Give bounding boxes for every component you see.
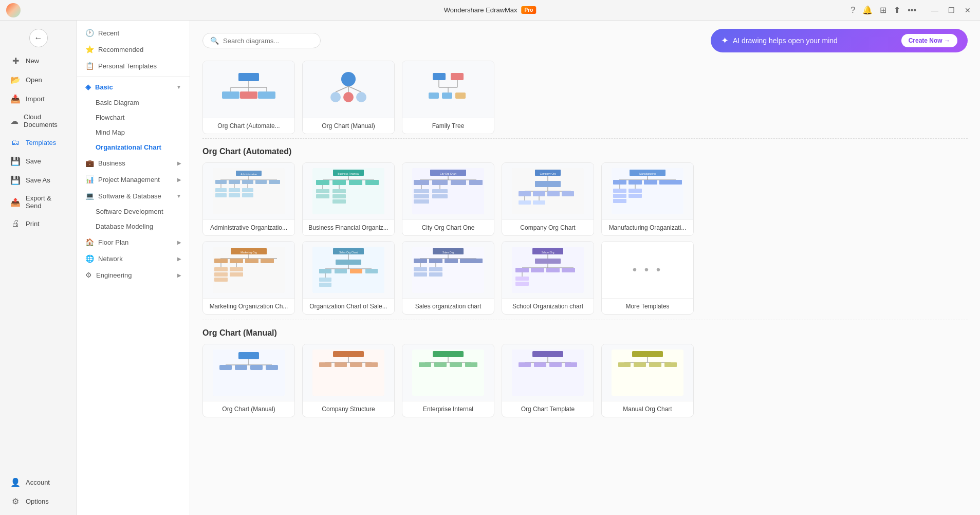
cat-flowchart[interactable]: Flowchart xyxy=(77,110,190,125)
sidebar-item-print[interactable]: 🖨 Print xyxy=(3,215,73,232)
basic-label: Basic xyxy=(95,83,113,91)
grid-icon[interactable]: ⊞ xyxy=(878,3,889,17)
cat-recent[interactable]: 🕐Recent xyxy=(77,25,190,41)
cat-orgchart[interactable]: Organizational Chart xyxy=(77,140,190,155)
maximize-button[interactable]: ❐ xyxy=(945,4,957,16)
minimize-button[interactable]: — xyxy=(929,4,941,16)
sidebar-item-cloud[interactable]: ☁ Cloud Documents xyxy=(3,109,73,133)
template-city[interactable]: City Org Chart xyxy=(402,162,494,236)
svg-rect-16 xyxy=(433,73,446,80)
svg-rect-100 xyxy=(669,180,682,185)
cat-project[interactable]: 📊Project Management ▶ xyxy=(77,171,190,188)
cat-software-dev[interactable]: Software Development xyxy=(77,204,190,219)
template-admin[interactable]: Administrative xyxy=(202,162,295,236)
cat-personal[interactable]: 📋Personal Templates xyxy=(77,58,190,74)
template-org-manual[interactable]: Org Chart (Manual) xyxy=(302,61,395,134)
template-school[interactable]: School Org School Organizatio xyxy=(502,241,594,315)
svg-rect-119 xyxy=(214,272,228,277)
svg-rect-153 xyxy=(429,272,442,277)
section-divider-2 xyxy=(202,320,968,320)
sidebar-item-import[interactable]: 📥 Import xyxy=(3,90,73,108)
svg-rect-164 xyxy=(562,268,575,272)
more-preview: • • • xyxy=(602,242,693,298)
print-icon: 🖨 xyxy=(10,219,21,228)
account-label: Account xyxy=(26,479,50,486)
template-company[interactable]: Company Org Comp xyxy=(502,162,594,236)
recent-label: Recent xyxy=(98,29,119,37)
svg-rect-123 xyxy=(230,272,243,277)
search-input[interactable] xyxy=(223,37,313,45)
cat-business[interactable]: 💼Business ▶ xyxy=(77,155,190,171)
engineering-icon: ⚙ xyxy=(85,271,92,279)
cloud-icon: ☁ xyxy=(10,116,19,126)
svg-text:Marketing Org: Marketing Org xyxy=(241,251,257,254)
svg-rect-31 xyxy=(229,180,240,184)
svg-rect-50 xyxy=(332,180,346,185)
recommended-label: Recommended xyxy=(98,46,143,53)
company-preview: Company Org xyxy=(502,163,594,219)
search-box[interactable]: 🔍 xyxy=(202,33,321,48)
software-chevron: ▼ xyxy=(176,193,181,199)
sidebar-item-new[interactable]: ✚ New xyxy=(3,52,73,70)
sidebar-item-templates[interactable]: 🗂 Templates xyxy=(3,134,73,151)
svg-rect-84 xyxy=(533,191,545,196)
svg-rect-183 xyxy=(365,362,378,367)
svg-rect-161 xyxy=(515,268,529,272)
share-icon[interactable]: ⬆ xyxy=(892,3,902,17)
svg-point-10 xyxy=(330,92,341,102)
svg-rect-71 xyxy=(414,194,429,198)
sidebar-item-save[interactable]: 💾 Save xyxy=(3,152,73,170)
template-sales-chart[interactable]: Sales Org Chart Organization xyxy=(302,241,395,315)
sidebar-item-open[interactable]: 📂 Open xyxy=(3,71,73,89)
template-sales-org[interactable]: Sales Org xyxy=(402,241,494,315)
svg-text:School Org: School Org xyxy=(541,251,554,254)
more-icon[interactable]: ••• xyxy=(905,4,918,17)
cat-recommended[interactable]: ⭐Recommended xyxy=(77,41,190,58)
cat-basic[interactable]: ◈Basic ▼ xyxy=(77,79,190,95)
sidebar-item-account[interactable]: 👤 Account xyxy=(3,473,73,491)
cat-floorplan[interactable]: 🏠Floor Plan ▶ xyxy=(77,234,190,250)
svg-rect-207 xyxy=(664,362,677,367)
quick-templates-row: Org Chart (Automate... Org Chart (Manua xyxy=(202,61,968,134)
user-avatar[interactable] xyxy=(6,3,21,17)
help-icon[interactable]: ? xyxy=(848,4,857,17)
back-button[interactable]: ← xyxy=(29,29,48,47)
cat-software[interactable]: 💻Software & Database ▼ xyxy=(77,188,190,204)
template-family-tree[interactable]: Family Tree xyxy=(402,61,494,134)
biz-fin-preview: Business Financial xyxy=(303,163,394,219)
template-manual-3[interactable]: Enterprise Internal xyxy=(402,344,494,417)
cat-db-modeling[interactable]: Database Modeling xyxy=(77,219,190,234)
template-manual-5[interactable]: Manual Org Chart xyxy=(601,344,694,417)
create-now-button[interactable]: Create Now → xyxy=(901,34,957,47)
cat-network[interactable]: 🌐Network ▶ xyxy=(77,250,190,267)
floorplan-label: Floor Plan xyxy=(98,238,128,246)
top-bar: 🔍 ✦ AI drawing helps open your mind Crea… xyxy=(202,29,968,52)
cat-mindmap[interactable]: Mind Map xyxy=(77,125,190,140)
svg-rect-131 xyxy=(319,269,331,273)
bell-icon[interactable]: 🔔 xyxy=(860,3,875,17)
svg-rect-137 xyxy=(319,283,331,287)
template-mkt[interactable]: Marketing Org xyxy=(202,241,295,315)
cat-basic-diagram[interactable]: Basic Diagram xyxy=(77,95,190,110)
sidebar-item-export[interactable]: 📤 Export & Send xyxy=(3,190,73,214)
manual-row: Org Chart (Manual) Company Structu xyxy=(202,344,968,417)
svg-rect-83 xyxy=(519,191,531,196)
template-biz-fin[interactable]: Business Financial xyxy=(302,162,395,236)
template-manual-2[interactable]: Company Structure xyxy=(302,344,395,417)
options-icon: ⚙ xyxy=(10,496,21,506)
basic-icon: ◈ xyxy=(85,83,91,91)
import-label: Import xyxy=(26,95,45,103)
close-button[interactable]: ✕ xyxy=(961,4,974,16)
network-label: Network xyxy=(98,255,123,263)
sidebar-item-saveas[interactable]: 💾 Save As xyxy=(3,171,73,189)
cat-engineering[interactable]: ⚙Engineering ▶ xyxy=(77,267,190,283)
template-mfg[interactable]: Manufacturing xyxy=(601,162,694,236)
template-manual-1[interactable]: Org Chart (Manual) xyxy=(202,344,295,417)
template-manual-4[interactable]: Org Chart Template xyxy=(502,344,594,417)
template-more[interactable]: • • • More Templates xyxy=(601,241,694,315)
admin-preview: Administrative xyxy=(203,163,294,219)
template-org-auto[interactable]: Org Chart (Automate... xyxy=(202,61,295,134)
sidebar-item-options[interactable]: ⚙ Options xyxy=(3,492,73,510)
svg-rect-196 xyxy=(519,362,531,367)
svg-rect-118 xyxy=(214,267,228,271)
